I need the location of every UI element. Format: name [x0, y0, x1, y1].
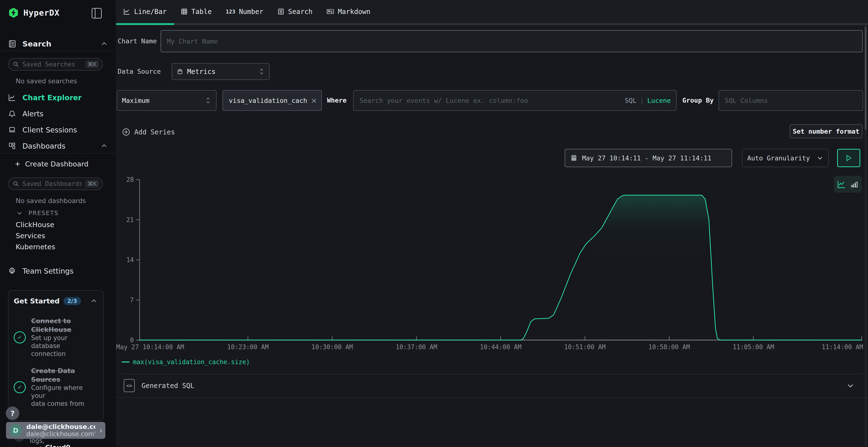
logo-row: HyperDX	[8, 7, 60, 18]
saved-dashboards-field[interactable]	[22, 180, 82, 187]
chart-axes	[136, 180, 862, 341]
saved-dashboards-input[interactable]: ⌘K	[8, 177, 103, 190]
generated-sql-toggle[interactable]: <> Generated SQL	[116, 374, 868, 397]
sidebar-section-search[interactable]: Search	[0, 39, 116, 49]
database-icon	[177, 68, 183, 75]
chevron-down-icon[interactable]	[846, 381, 855, 390]
sidebar-item-chart-explorer[interactable]: Chart Explorer	[0, 93, 116, 102]
calendar-icon	[570, 154, 577, 162]
tabbar-underline-track	[116, 23, 868, 25]
journal-icon	[8, 39, 17, 48]
chart-name-input[interactable]	[161, 30, 863, 52]
add-series-label: Add Series	[134, 128, 175, 136]
y-tick-label: 21	[126, 216, 134, 224]
date-range-picker[interactable]: May 27 10:14:11 - May 27 11:14:11	[565, 149, 732, 167]
divider	[0, 153, 116, 153]
chart-series	[140, 195, 862, 340]
laptop-icon	[8, 126, 16, 134]
chart-explorer-label: Chart Explorer	[23, 94, 108, 102]
updown-chevrons-icon	[258, 68, 265, 75]
y-tick-label: 7	[130, 297, 134, 304]
step-desc: Configure where your data comes from	[31, 384, 97, 408]
hyperdx-app: HyperDX Search ⌘K No saved searches Char…	[0, 0, 868, 447]
active-tab-underline	[116, 23, 174, 25]
chevron-right-icon: ›	[100, 426, 102, 435]
preset-kubernetes[interactable]: Kubernetes	[16, 243, 55, 251]
code-icon: <>	[124, 379, 135, 392]
preset-clickhouse[interactable]: ClickHouse	[16, 220, 54, 229]
circle-plus-icon	[122, 128, 130, 136]
mode-divider: |	[640, 97, 644, 104]
tab-markdown[interactable]: Markdown	[319, 0, 377, 23]
chevron-up-icon[interactable]	[90, 298, 97, 305]
sidebar-section-dashboards[interactable]: Dashboards	[0, 141, 116, 150]
help-button[interactable]: ?	[6, 407, 19, 420]
main-scrollbar[interactable]	[865, 25, 867, 447]
run-query-button[interactable]	[837, 149, 860, 167]
group-by-input[interactable]	[718, 90, 863, 111]
chevron-up-icon[interactable]	[100, 142, 108, 149]
presets-label: PRESETS	[28, 209, 59, 216]
add-series-button[interactable]: Add Series	[122, 125, 175, 139]
lucene-mode-button[interactable]: Lucene	[647, 97, 671, 104]
set-number-format-button[interactable]: Set number format	[789, 124, 863, 138]
saved-searches-input[interactable]: ⌘K	[8, 58, 103, 71]
get-started-step-1[interactable]: ✓ Connect to ClickHouse Set up your data…	[14, 317, 97, 358]
tab-number[interactable]: 123 Number	[219, 0, 270, 23]
preset-services[interactable]: Services	[16, 232, 45, 240]
tab-line-bar[interactable]: Line/Bar	[116, 0, 174, 23]
hyperdx-logo-icon	[8, 7, 19, 18]
avatar: D	[9, 424, 22, 437]
dashboards-icon	[8, 142, 16, 150]
plus-icon	[14, 161, 21, 167]
granularity-value: Auto Granularity	[747, 154, 813, 162]
x-tick-label: 11:14:00 AM	[822, 343, 863, 351]
user-subtitle: dale@clickhouse.com's	[26, 431, 95, 438]
chart-legend[interactable]: max(visa_validation_cache.size)	[122, 358, 250, 366]
get-started-step-2[interactable]: ✓ Create Data Sources Configure where yo…	[14, 367, 97, 408]
scrollbar-thumb[interactable]	[865, 27, 867, 130]
client-sessions-label: Client Sessions	[23, 126, 108, 134]
step-title: Connect to ClickHouse	[31, 317, 97, 334]
group-by-label: Group By	[682, 90, 714, 111]
tab-search[interactable]: Search	[270, 0, 319, 23]
x-tick-label: 10:51:00 AM	[564, 343, 606, 351]
saved-searches-field[interactable]	[22, 61, 82, 68]
where-search-input[interactable]: SQL | Lucene	[353, 90, 677, 111]
shortcut-badge: ⌘K	[85, 180, 99, 187]
x-tick-label: 10:37:00 AM	[396, 343, 437, 351]
chart-axis-labels: 07142128May 27 10:14:00 AM10:23:00 AM10:…	[116, 176, 863, 351]
main-content: Line/Bar Table 123 Number Search	[116, 0, 868, 447]
x-tick-label: 10:58:00 AM	[648, 343, 690, 351]
chevron-down-icon	[817, 154, 824, 161]
line-chart-icon	[123, 8, 130, 15]
timeseries-chart[interactable]: 07142128May 27 10:14:00 AM10:23:00 AM10:…	[116, 169, 868, 359]
legend-series-label: max(visa_validation_cache.size)	[133, 358, 250, 366]
divider	[116, 398, 868, 398]
y-tick-label: 0	[130, 337, 134, 344]
create-dashboard-button[interactable]: Create Dashboard	[14, 160, 89, 168]
chevron-up-icon[interactable]	[100, 40, 108, 47]
granularity-select[interactable]: Auto Granularity	[742, 149, 829, 167]
sidebar-collapse-icon[interactable]	[92, 8, 102, 19]
team-settings-label: Team Settings	[23, 267, 108, 275]
aggregation-select[interactable]: Maximum	[117, 90, 217, 111]
data-source-select[interactable]: Metrics	[172, 63, 270, 80]
team-name-clipped: Cloud9	[0, 444, 116, 447]
sidebar-item-team-settings[interactable]: Team Settings	[0, 266, 116, 276]
metric-field-tag[interactable]: visa_validation_cach ×	[222, 90, 322, 111]
sidebar-item-client-sessions[interactable]: Client Sessions	[0, 125, 116, 134]
metric-field-name: visa_validation_cach	[229, 97, 307, 104]
where-label: Where	[327, 90, 346, 111]
presets-toggle[interactable]: PRESETS	[17, 209, 59, 216]
sidebar-item-alerts[interactable]: Alerts	[0, 109, 116, 118]
alerts-label: Alerts	[23, 110, 108, 118]
get-started-title: Get Started	[14, 297, 60, 305]
get-started-panel: Get Started 2/3 ✓ Connect to ClickHouse …	[8, 290, 104, 421]
tab-table[interactable]: Table	[174, 0, 219, 23]
user-account-button[interactable]: D dale@clickhouse.com dale@clickhouse.co…	[6, 422, 105, 439]
sql-mode-button[interactable]: SQL	[625, 97, 637, 104]
chart-canvas: 07142128May 27 10:14:00 AM10:23:00 AM10:…	[116, 169, 868, 359]
remove-metric-icon[interactable]: ×	[311, 96, 317, 105]
chevron-down-icon	[17, 210, 23, 216]
